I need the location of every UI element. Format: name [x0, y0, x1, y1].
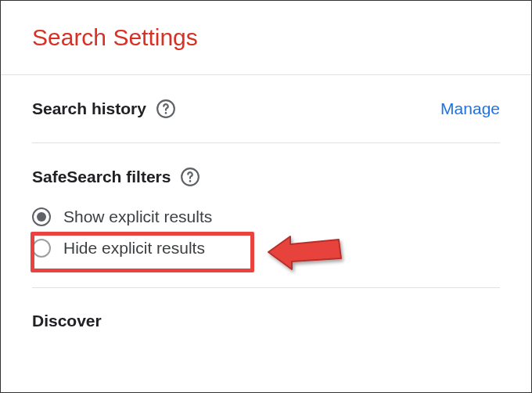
- settings-content: Search history Manage SafeSearch filters: [1, 75, 531, 344]
- safesearch-section: SafeSearch filters Show explicit results: [32, 143, 500, 288]
- help-icon[interactable]: [156, 99, 176, 119]
- help-icon[interactable]: [180, 167, 200, 187]
- safesearch-label: SafeSearch filters: [32, 167, 200, 187]
- search-history-section: Search history Manage: [32, 75, 500, 143]
- radio-show-explicit-label: Show explicit results: [63, 207, 212, 226]
- safesearch-text: SafeSearch filters: [32, 168, 171, 186]
- manage-link[interactable]: Manage: [440, 99, 500, 118]
- discover-section: Discover: [32, 288, 500, 344]
- radio-hide-explicit-label: Hide explicit results: [63, 239, 205, 258]
- radio-show-explicit[interactable]: Show explicit results: [32, 201, 500, 233]
- radio-button-selected: [32, 207, 51, 226]
- safesearch-options: Show explicit results Hide explicit resu…: [32, 201, 500, 264]
- discover-text: Discover: [32, 312, 102, 330]
- safesearch-header: SafeSearch filters: [32, 143, 500, 201]
- page-title: Search Settings: [32, 24, 500, 51]
- discover-label: Discover: [32, 312, 102, 330]
- radio-hide-explicit[interactable]: Hide explicit results: [32, 233, 500, 264]
- radio-button-unselected: [32, 239, 51, 258]
- search-history-text: Search history: [32, 99, 146, 118]
- page-header: Search Settings: [1, 1, 531, 75]
- svg-point-3: [189, 180, 192, 182]
- svg-point-1: [165, 112, 167, 114]
- search-history-label: Search history: [32, 99, 176, 119]
- radio-dot: [37, 212, 46, 222]
